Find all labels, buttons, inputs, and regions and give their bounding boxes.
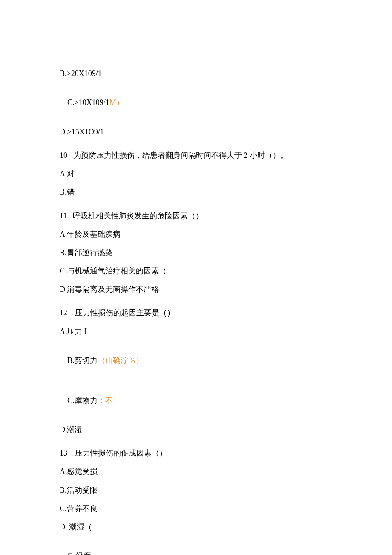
q11-option-a: A.年龄及基础疾病 bbox=[60, 229, 332, 240]
document-page: B.>20X109/1 C.>10X109/1M） D.>15X1O9/1 10… bbox=[0, 0, 392, 555]
q13-option-e: E.温度 bbox=[60, 540, 332, 555]
q10-stem: 10 .为预防压力性损伤，给患者翻身间隔时间不得大于 2 小时（）。 bbox=[60, 150, 332, 161]
q11-option-d: D.消毒隔离及无菌操作不严格 bbox=[60, 284, 332, 295]
spacer bbox=[60, 145, 332, 150]
q13-option-c: C.营养不良 bbox=[60, 503, 332, 514]
spacer bbox=[60, 443, 332, 448]
spacer bbox=[60, 206, 332, 211]
q11-option-b: B.胃部逆行感染 bbox=[60, 247, 332, 258]
q12-option-b-annot: （山确泞％） bbox=[98, 356, 144, 365]
q9-option-c-text: C.>10X109/1 bbox=[67, 98, 110, 107]
q9-option-d: D.>15X1O9/1 bbox=[60, 127, 332, 137]
q12-option-b-text: B.剪切力 bbox=[67, 356, 98, 365]
q9-option-b: B.>20X109/1 bbox=[60, 68, 332, 79]
q11-stem: 11 .呼吸机相关性肺炎发生的危险因素（） bbox=[60, 211, 332, 221]
q12-option-a: A.压力 I bbox=[60, 326, 332, 337]
q12-stem: 12 . 压力性损伤的起因主要是（） bbox=[60, 308, 332, 318]
q11-option-c: C.与机械通气治疗相关的因素（ bbox=[60, 266, 332, 276]
q13-option-b: B.活动受限 bbox=[60, 485, 332, 496]
q9-option-c: C.>10X109/1M） bbox=[60, 87, 332, 119]
q10-option-b: B.错 bbox=[60, 187, 332, 198]
q12-option-b: B.剪切力（山确泞％） bbox=[60, 345, 332, 377]
q9-option-c-annot: M） bbox=[110, 98, 124, 107]
spacer bbox=[60, 302, 332, 308]
q12-option-c-text: C.摩擦力 bbox=[67, 396, 98, 405]
q13-option-d: D. 潮湿（ bbox=[60, 522, 332, 532]
q13-option-a: A.感觉受损 bbox=[60, 466, 332, 477]
q13-stem: 13 . 压力性损伤的促成因素（） bbox=[60, 448, 332, 459]
q12-option-d: D.潮湿 bbox=[60, 424, 332, 435]
q13-option-e-text: 温度 bbox=[75, 552, 90, 555]
q12-option-c-annot: ：不） bbox=[98, 396, 121, 405]
q10-option-a: A 对 bbox=[60, 169, 332, 179]
q12-option-c: C.摩擦力：不） bbox=[60, 384, 332, 417]
q13-option-e-prefix: E. bbox=[67, 552, 75, 555]
